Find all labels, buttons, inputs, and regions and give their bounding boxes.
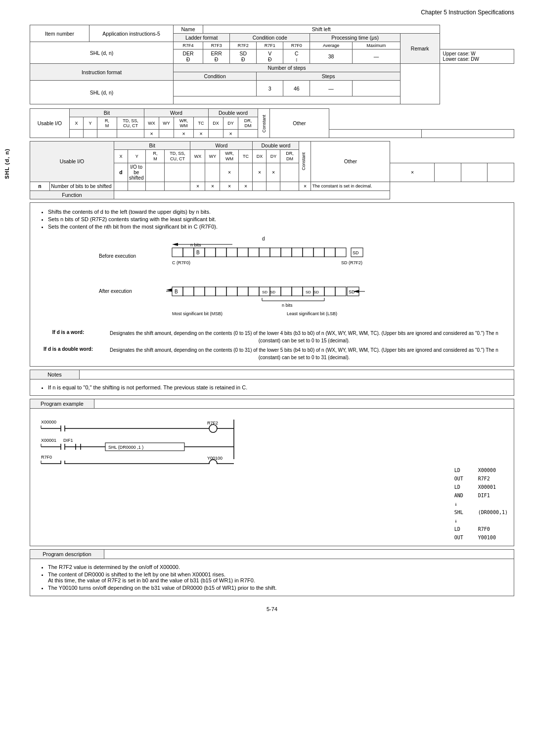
program-example-label-cell: Program example — [30, 399, 94, 408]
col-dy: DY — [223, 117, 238, 130]
function-section: Shifts the contents of d to the left (to… — [30, 202, 514, 367]
program-desc-label-cell: Program description — [30, 549, 104, 559]
row-d-dx — [209, 130, 223, 138]
condition-val — [174, 81, 257, 96]
x00000-label: X00000 — [41, 420, 56, 425]
d-row-desc: I/O to be shifted — [128, 163, 146, 182]
d-y — [165, 163, 190, 182]
svg-text:SD: SD — [306, 290, 311, 294]
name-value-cell: Shift left — [203, 25, 440, 34]
row-d-empty2 — [84, 130, 97, 138]
empty-remark — [400, 64, 440, 104]
svg-text:Most significant bit (MSB): Most significant bit (MSB) — [172, 311, 222, 316]
n-row-desc: Number of bits to be shifted — [50, 182, 114, 190]
r7f1-val: V Ð — [257, 49, 283, 64]
svg-rect-37 — [248, 287, 259, 296]
d-wy — [239, 163, 253, 182]
avg-val: 38 — [310, 49, 353, 64]
svg-text:Before execution: Before execution — [99, 253, 136, 259]
r7f4-header: R7F4 — [174, 42, 203, 49]
svg-rect-5 — [172, 248, 183, 257]
d-wx: × — [220, 163, 239, 182]
d-dx — [280, 163, 299, 182]
d-x — [146, 163, 165, 182]
col-y: Y — [84, 117, 97, 130]
notes-section: If n is equal to "0," the shifting is no… — [30, 379, 514, 396]
program-code: LD X00000 OUT R7F2 LD X00001 AND DIF1 ↓ … — [454, 466, 508, 542]
n-wy: × — [205, 182, 220, 190]
word-label: Word — [190, 142, 253, 150]
n-y — [128, 182, 146, 190]
svg-text:SD: SD — [313, 290, 319, 294]
double-word-header: Double word — [209, 109, 258, 117]
program-example-section: X00000 R7F2 X00001 DIF1 — [30, 409, 514, 546]
svg-rect-16 — [281, 248, 292, 257]
constant-header: Constant — [258, 109, 270, 138]
notes-label-cell: Notes — [30, 370, 80, 379]
d-tdss — [205, 163, 220, 182]
svg-marker-4 — [172, 243, 178, 246]
steps-max: — — [310, 81, 353, 96]
svg-rect-48 — [324, 287, 335, 296]
remark-cell: Remark — [400, 34, 440, 64]
svg-text:SD: SD — [270, 290, 275, 294]
page-header: Chapter 5 Instruction Specifications — [0, 0, 534, 20]
other-col: Other — [311, 142, 390, 182]
svg-text:SD: SD — [353, 250, 359, 255]
usable-io-header: Usable I/O — [30, 109, 70, 138]
prog-desc-3: The Y00100 turns on/off depending on the… — [48, 585, 508, 591]
item-number-cell: Item number — [30, 25, 89, 42]
notes-bullet-1: If n is equal to "0," the shifting is no… — [48, 384, 508, 390]
svg-rect-18 — [303, 248, 313, 257]
ladder-diagram-svg: X00000 R7F2 X00001 DIF1 — [36, 415, 442, 464]
r7f0-val: C ↕ — [283, 49, 310, 64]
condition-code-cell: Condition code — [230, 34, 310, 42]
row-d-empty3 — [97, 130, 117, 138]
row-d-constant — [329, 130, 422, 138]
notes-bullets: If n is equal to "0," the shifting is no… — [36, 384, 508, 390]
row-d-empty4 — [117, 130, 144, 138]
x00001-label: X00001 — [41, 438, 56, 443]
r7f1-header: R7F1 — [257, 42, 283, 49]
svg-rect-42 — [281, 287, 292, 296]
tc-col-header: TC — [239, 150, 253, 163]
word-header: Word — [144, 109, 209, 117]
function-bullet-1: Shifts the contents of d to the left (to… — [48, 209, 508, 215]
r7f0-label: R7F0 — [41, 455, 52, 460]
program-description-section: The R7F2 value is determined by the on/o… — [30, 559, 514, 596]
function-bullet-3: Sets the content of the nth bit from the… — [48, 224, 508, 230]
svg-marker-29 — [166, 288, 172, 291]
row-d-wx: × — [144, 130, 159, 138]
function-label-cell: Function — [30, 190, 114, 199]
ladder-spacer — [36, 466, 440, 542]
svg-rect-14 — [259, 248, 270, 257]
row-d-dy: × — [223, 130, 238, 138]
svg-rect-19 — [313, 248, 324, 257]
svg-text:Least significant bit (LSB): Least significant bit (LSB) — [287, 311, 337, 316]
dy-col-header: DY — [267, 150, 280, 163]
rm-col-header: R,M — [146, 150, 165, 163]
constant-col: Constant — [299, 142, 311, 182]
d-row-label: d — [114, 163, 128, 182]
wy-col-header: WY — [205, 150, 220, 163]
r7f4-val: DER Ð — [174, 49, 203, 64]
row-d-other — [422, 130, 514, 138]
col-wr-wm: WR,WM — [174, 117, 194, 130]
usable-io-full-table: Usable I/O Bit Word Double word Constant — [30, 141, 514, 199]
tdss-col-header: TD, SS,CU, CT — [165, 150, 190, 163]
svg-rect-6 — [183, 248, 194, 257]
dif1-label: DIF1 — [63, 438, 73, 443]
function-bullets: Shifts the contents of d to the left (to… — [36, 209, 508, 230]
other-header: Other — [270, 109, 329, 138]
function-empty — [114, 190, 390, 199]
d-tc: × — [267, 163, 280, 182]
n-row-label: n — [30, 182, 50, 190]
n-dy — [267, 182, 280, 190]
instruction-table: Item number Application instructions-5 N… — [30, 25, 514, 104]
execution-diagrams: Before execution d n bits B — [36, 236, 508, 323]
svg-text:n bits: n bits — [190, 242, 201, 247]
if-d-word-text: Designates the shift amount, depending o… — [100, 329, 508, 345]
svg-text:After execution: After execution — [99, 288, 132, 294]
col-td-ss: TD, SS,CU, CT — [117, 117, 144, 130]
word-info-table: If d is a word: Designates the shift amo… — [36, 329, 508, 362]
